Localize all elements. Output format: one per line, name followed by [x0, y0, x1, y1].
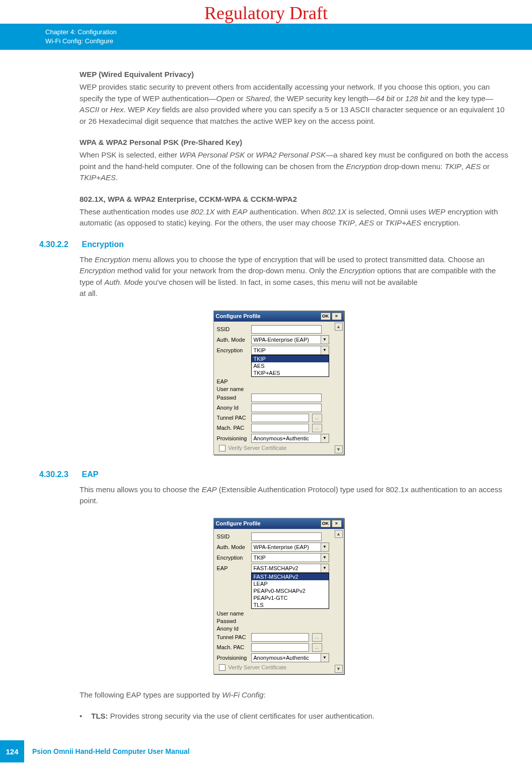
page-footer: 124 Psion Omnii Hand-Held Computer User … [0, 740, 532, 762]
encryption-combo[interactable]: TKIP▼ [251, 553, 329, 562]
chevron-down-icon: ▼ [321, 654, 329, 662]
verify-cert-label: Verify Server Certificate [229, 664, 287, 670]
provisioning-combo[interactable]: Anonymous+Authentic▼ [251, 434, 329, 443]
ok-button[interactable]: OK [321, 313, 331, 320]
bullet-tls: • TLS: Provides strong security via the … [80, 712, 512, 720]
wep-title: WEP (Wired Equivalent Privacy) [80, 70, 512, 79]
enterprise-paragraph: These authentication modes use 802.1X wi… [80, 206, 512, 229]
chevron-down-icon: ▼ [321, 564, 329, 572]
tunnel-pac-input[interactable] [251, 414, 309, 422]
ssid-input[interactable] [251, 532, 322, 541]
close-button[interactable]: × [332, 520, 342, 527]
encryption-label: Encryption [217, 555, 248, 561]
option-peapv1[interactable]: PEAPv1-GTC [252, 594, 329, 601]
option-fast-mschapv2[interactable]: FAST-MSCHAPv2 [252, 573, 329, 580]
option-leap[interactable]: LEAP [252, 580, 329, 587]
section-number-encryption: 4.30.2.2 [39, 240, 80, 249]
ssid-input[interactable] [251, 325, 322, 334]
chevron-down-icon: ▼ [321, 554, 329, 562]
watermark-text: Regulatory Draft [0, 0, 532, 24]
eap-combo[interactable]: FAST-MSCHAPv2▼ [251, 564, 329, 573]
option-peapv0[interactable]: PEAPv0-MSCHAPv2 [252, 587, 329, 594]
username-label: User name [217, 386, 248, 392]
auth-mode-combo[interactable]: WPA-Enterprise (EAP)▼ [251, 335, 329, 344]
chevron-down-icon: ▼ [321, 346, 329, 354]
scroll-down-icon[interactable]: ▼ [335, 445, 343, 453]
tunnel-pac-browse-button[interactable]: ... [312, 633, 322, 642]
configure-profile-dialog-eap: Configure Profile OK × ▲ SSID Auth. Mode… [213, 518, 344, 674]
mach-pac-input[interactable] [251, 643, 309, 652]
close-button[interactable]: × [332, 313, 342, 320]
tunnel-pac-browse-button[interactable]: ... [312, 414, 322, 422]
eap-label: EAP [217, 378, 248, 384]
footer-text: Psion Omnii Hand-Held Computer User Manu… [24, 740, 190, 762]
passwd-label: Passwd [217, 618, 248, 624]
option-aes[interactable]: AES [252, 362, 329, 369]
passwd-label: Passwd [217, 395, 248, 401]
mach-pac-browse-button[interactable]: ... [312, 643, 322, 652]
passwd-input[interactable] [251, 394, 322, 402]
anony-label: Anony Id [217, 626, 248, 632]
encryption-paragraph: The Encryption menu allows you to choose… [80, 254, 512, 299]
scroll-up-icon[interactable]: ▲ [335, 530, 343, 538]
mach-pac-input[interactable] [251, 424, 309, 432]
ok-button[interactable]: OK [321, 520, 331, 527]
chevron-down-icon: ▼ [321, 336, 329, 344]
bullet-icon: • [80, 712, 82, 720]
username-label: User name [217, 610, 248, 616]
section-label: Wi-Fi Config: Configure [45, 37, 532, 46]
auth-label: Auth. Mode [217, 544, 248, 550]
scroll-down-icon[interactable]: ▼ [335, 665, 343, 673]
option-tls[interactable]: TLS [252, 601, 329, 608]
auth-label: Auth. Mode [217, 337, 248, 343]
header-band: Chapter 4: Configuration Wi-Fi Config: C… [0, 24, 532, 50]
configure-profile-dialog-encryption: Configure Profile OK × ▲ SSID Auth. Mode… [213, 311, 344, 455]
dialog-title: Configure Profile [216, 313, 261, 319]
anony-label: Anony Id [217, 405, 248, 411]
section-title-eap: EAP [82, 470, 98, 479]
option-tkip-aes[interactable]: TKIP+AES [252, 369, 329, 376]
chevron-down-icon: ▼ [321, 543, 329, 551]
section-number-eap: 4.30.2.3 [39, 470, 80, 479]
eap-supported-paragraph: The following EAP types are supported by… [80, 689, 512, 701]
auth-mode-combo[interactable]: WPA-Enterprise (EAP)▼ [251, 543, 329, 552]
enterprise-title: 802.1X, WPA & WPA2 Enterprise, CCKM-WPA … [80, 195, 512, 203]
anony-input[interactable] [251, 404, 322, 412]
provisioning-label: Provisioning [217, 435, 248, 441]
option-tkip[interactable]: TKIP [252, 355, 329, 362]
encryption-dropdown-list[interactable]: TKIP AES TKIP+AES [251, 355, 329, 377]
provisioning-combo[interactable]: Anonymous+Authentic▼ [251, 653, 329, 662]
tunnel-pac-label: Tunnel PAC [217, 415, 248, 421]
mach-pac-label: Mach. PAC [217, 425, 248, 431]
dialog-title: Configure Profile [216, 520, 261, 526]
ssid-label: SSID [217, 326, 248, 332]
wep-paragraph: WEP provides static security to prevent … [80, 82, 512, 127]
ssid-label: SSID [217, 533, 248, 539]
mach-pac-browse-button[interactable]: ... [312, 424, 322, 432]
scroll-up-icon[interactable]: ▲ [335, 323, 343, 331]
encryption-combo[interactable]: TKIP▼ [251, 346, 329, 355]
mach-pac-label: Mach. PAC [217, 644, 248, 650]
wpa-psk-title: WPA & WPA2 Personal PSK (Pre-Shared Key) [80, 138, 512, 146]
eap-label: EAP [217, 565, 248, 571]
tunnel-pac-label: Tunnel PAC [217, 634, 248, 640]
wpa-psk-paragraph: When PSK is selected, either WPA Persona… [80, 149, 512, 184]
eap-dropdown-list[interactable]: FAST-MSCHAPv2 LEAP PEAPv0-MSCHAPv2 PEAPv… [251, 573, 329, 609]
section-title-encryption: Encryption [82, 240, 124, 249]
eap-paragraph: This menu allows you to choose the EAP (… [80, 484, 512, 507]
verify-cert-label: Verify Server Certificate [229, 445, 287, 451]
provisioning-label: Provisioning [217, 655, 248, 661]
verify-cert-checkbox[interactable] [219, 445, 225, 451]
chapter-label: Chapter 4: Configuration [45, 28, 532, 37]
encryption-label: Encryption [217, 347, 248, 353]
chevron-down-icon: ▼ [321, 434, 329, 442]
verify-cert-checkbox[interactable] [219, 664, 225, 671]
page-number: 124 [0, 740, 24, 762]
tunnel-pac-input[interactable] [251, 633, 309, 642]
